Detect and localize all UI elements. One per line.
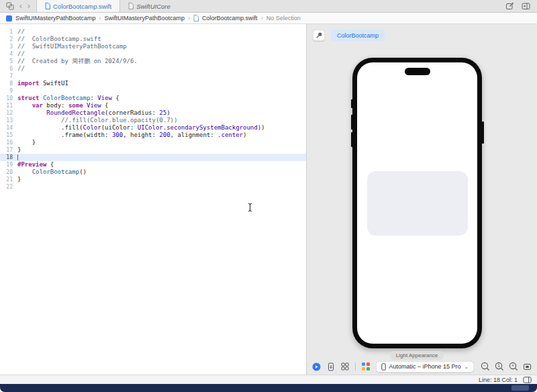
xcode-window: ‹ › ColorBootcamp.swift SwiftUICore — [0, 0, 537, 392]
code-text: var body: some View { — [17, 102, 109, 109]
variants-grid-icon[interactable] — [341, 362, 349, 371]
code-line-4[interactable]: 4// — [0, 50, 306, 58]
line-number: 20 — [0, 168, 17, 176]
line-number: 1 — [0, 28, 17, 36]
forward-button[interactable]: › — [28, 2, 30, 10]
breadcrumb-item-file[interactable]: ColorBootcamp.swift — [202, 15, 258, 21]
code-line-11[interactable]: 11 var body: some View { — [0, 102, 306, 109]
line-number: 21 — [0, 176, 17, 183]
line-number: 19 — [0, 161, 17, 168]
breadcrumb-item-selection[interactable]: No Selection — [266, 15, 301, 21]
code-text — [17, 154, 18, 161]
code-line-17[interactable]: 17} — [0, 146, 306, 154]
project-icon — [6, 15, 12, 21]
code-text: ColorBootcamp() — [17, 168, 87, 176]
line-col-indicator: Line: 18 Col: 1 — [479, 377, 518, 383]
code-text: RoundedRectangle(cornerRadius: 25) — [17, 109, 170, 117]
code-line-18[interactable]: 18 — [0, 154, 306, 161]
tab-bar: ‹ › ColorBootcamp.swift SwiftUICore — [0, 0, 537, 13]
pin-button[interactable] — [313, 30, 325, 41]
compose-icon[interactable] — [505, 2, 514, 10]
tab-overview-icon[interactable] — [6, 2, 14, 10]
dynamic-island — [405, 68, 430, 75]
iphone-preview[interactable] — [352, 58, 482, 348]
line-number: 2 — [0, 36, 17, 43]
zoom-out-button[interactable]: − — [481, 362, 490, 371]
code-line-20[interactable]: 20 ColorBootcamp() — [0, 168, 306, 176]
iphone-icon — [381, 363, 386, 371]
preview-canvas: ColorBootcamp Light Appearance — [306, 24, 537, 375]
text-caret — [17, 154, 18, 160]
preview-badge[interactable]: ColorBootcamp — [331, 30, 385, 41]
swift-file-icon — [193, 15, 199, 21]
code-line-6[interactable]: 6// — [0, 65, 306, 72]
code-line-7[interactable]: 7 — [0, 72, 306, 80]
canvas-toolbar-right: − 1 + — [481, 362, 532, 371]
breadcrumb-item-project[interactable]: SwiftUIMasteryPathBootcamp — [15, 15, 96, 21]
code-line-5[interactable]: 5// Created by 周祥鹏 on 2024/9/6. — [0, 58, 306, 65]
code-text: .fill(Color(uiColor: UIColor.secondarySy… — [17, 124, 265, 132]
code-line-16[interactable]: 16 } — [0, 139, 306, 146]
volume-down-button — [351, 132, 353, 147]
code-line-8[interactable]: 8import SwiftUI — [0, 80, 306, 87]
breadcrumb: SwiftUIMasteryPathBootcamp › SwiftUIMast… — [0, 13, 537, 24]
line-number: 22 — [0, 183, 17, 191]
code-text: import SwiftUI — [17, 80, 68, 87]
breadcrumb-separator: › — [188, 15, 190, 21]
action-button — [351, 99, 353, 108]
tab-bar-actions — [499, 0, 537, 12]
breadcrumb-item-group[interactable]: SwiftUIMasteryPathBootcamp — [105, 15, 185, 21]
editor-layout-icon[interactable] — [523, 377, 532, 383]
zoom-out-glyph: − — [483, 363, 486, 368]
text-cursor — [247, 203, 253, 212]
zoom-100-glyph: 1 — [497, 363, 500, 368]
code-line-3[interactable]: 3// SwiftUIMasteryPathBootcamp — [0, 43, 306, 50]
code-line-22[interactable]: 22 — [0, 183, 306, 191]
canvas-toolbar-left: Automatic – iPhone 15 Pro ⌄ — [312, 361, 474, 373]
line-number: 12 — [0, 109, 17, 117]
add-editor-icon[interactable] — [522, 2, 530, 10]
code-text: // — [17, 50, 25, 58]
code-lines: 1//2// ColorBootcamp.swift3// SwiftUIMas… — [0, 24, 306, 191]
zoom-fit-button[interactable] — [523, 362, 532, 371]
code-line-2[interactable]: 2// ColorBootcamp.swift — [0, 36, 306, 43]
code-line-15[interactable]: 15 .frame(width: 300, height: 200, align… — [0, 132, 306, 139]
preview-on-device-icon[interactable] — [327, 362, 335, 371]
iphone-screen[interactable] — [357, 62, 477, 344]
device-selector[interactable]: Automatic – iPhone 15 Pro ⌄ — [376, 361, 475, 373]
zoom-in-button[interactable]: + — [509, 362, 518, 371]
live-preview-button[interactable] — [312, 362, 321, 371]
breadcrumb-separator: › — [99, 15, 101, 21]
code-line-14[interactable]: 14 .fill(Color(uiColor: UIColor.secondar… — [0, 124, 306, 132]
toolbar-divider — [355, 362, 356, 371]
back-button[interactable]: ‹ — [19, 2, 22, 10]
code-text: // Created by 周祥鹏 on 2024/9/6. — [17, 58, 138, 65]
line-number: 16 — [0, 139, 17, 146]
dock-item — [511, 385, 529, 391]
breadcrumb-separator: › — [261, 15, 263, 21]
code-line-12[interactable]: 12 RoundedRectangle(cornerRadius: 25) — [0, 109, 306, 117]
line-number: 11 — [0, 102, 17, 109]
color-variants-icon[interactable] — [362, 362, 370, 371]
tab-bar-nav: ‹ › — [0, 0, 36, 12]
code-line-1[interactable]: 1// — [0, 28, 306, 36]
code-line-10[interactable]: 10struct ColorBootcamp: View { — [0, 95, 306, 102]
code-line-9[interactable]: 9 — [0, 87, 306, 95]
code-text: } — [17, 139, 36, 146]
line-number: 9 — [0, 87, 17, 95]
rounded-rectangle-view[interactable] — [367, 171, 468, 236]
line-number: 13 — [0, 117, 17, 124]
code-line-21[interactable]: 21} — [0, 176, 306, 183]
code-text: // — [17, 28, 25, 36]
code-text: // SwiftUIMasteryPathBootcamp — [17, 43, 127, 50]
code-line-13[interactable]: 13 //.fill(Color.blue.opacity(0.7)) — [0, 117, 306, 124]
zoom-100-button[interactable]: 1 — [495, 362, 504, 371]
code-text: #Preview { — [17, 161, 54, 168]
code-editor[interactable]: 1//2// ColorBootcamp.swift3// SwiftUIMas… — [0, 24, 306, 375]
line-number: 14 — [0, 124, 17, 132]
tab-label: ColorBootcamp.swift — [53, 3, 111, 10]
code-line-19[interactable]: 19#Preview { — [0, 161, 306, 168]
line-number: 5 — [0, 58, 17, 65]
tab-colorbootcamp-swift[interactable]: ColorBootcamp.swift — [36, 0, 120, 12]
tab-swiftuicore[interactable]: SwiftUICore — [120, 0, 179, 12]
